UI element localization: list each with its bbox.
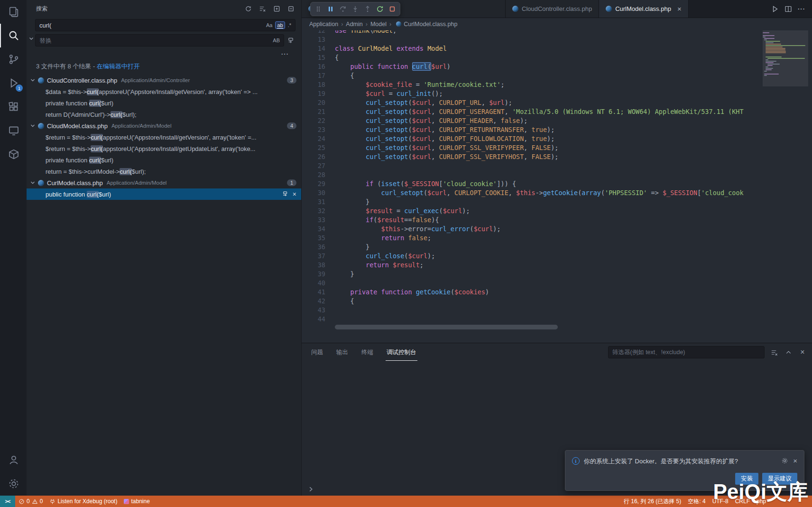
toggle-search-details-icon[interactable]: ··· xyxy=(281,50,289,57)
code-line[interactable]: 31 } xyxy=(302,197,760,207)
code-line[interactable]: 37 curl_close($curl); xyxy=(302,252,760,261)
more-actions-icon[interactable]: ··· xyxy=(798,5,805,12)
code-line[interactable]: 26 curl_setopt($curl, CURLOPT_SSL_VERIFY… xyxy=(302,152,760,161)
account-icon[interactable] xyxy=(0,448,27,472)
show-recommendations-button[interactable]: 显示建议 xyxy=(762,473,797,485)
xdebug-status[interactable]: Listen for Xdebug (root) xyxy=(46,496,120,507)
minimap[interactable] xyxy=(763,30,808,343)
indentation[interactable]: 空格: 4 xyxy=(684,498,709,506)
scrollbar-thumb[interactable] xyxy=(335,325,558,329)
code-line[interactable]: 40 xyxy=(302,279,760,288)
search-icon[interactable] xyxy=(0,24,27,47)
code-line[interactable]: 42 { xyxy=(302,297,760,306)
tab-curlmodel[interactable]: CurlModel.class.php × xyxy=(599,0,689,18)
notification-close-icon[interactable]: × xyxy=(793,457,797,464)
breadcrumb-item-file[interactable]: CurlModel.class.php xyxy=(394,21,457,28)
code-line[interactable]: 12use Think\Model; xyxy=(302,30,760,35)
code-line[interactable]: 38 return $result; xyxy=(302,261,760,270)
restart-icon[interactable] xyxy=(374,3,386,15)
step-into-icon[interactable] xyxy=(350,3,361,15)
search-match-row[interactable]: return D('Admin/Curl')->curl($url); xyxy=(27,109,301,120)
whole-word-toggle[interactable]: ab xyxy=(275,21,285,29)
open-new-search-editor-icon[interactable] xyxy=(272,4,281,13)
close-tab-icon[interactable]: × xyxy=(677,5,682,13)
code-line[interactable]: 36 } xyxy=(302,243,760,252)
breadcrumb-item[interactable]: Application xyxy=(309,21,338,28)
code-editor[interactable]: 12use Think\Model;1314class CurlModel ex… xyxy=(302,30,812,343)
search-match-row[interactable]: $data = $this->curl(appstoreU('Appstore/… xyxy=(27,86,301,97)
code-line[interactable]: 24 curl_setopt($curl, CURLOPT_FOLLOWLOCA… xyxy=(302,134,760,143)
code-line[interactable]: 16 public function curl($url) xyxy=(302,62,760,71)
run-debug-icon[interactable]: 1 xyxy=(0,71,27,95)
code-line[interactable]: 28 xyxy=(302,170,760,179)
code-line[interactable]: 15{ xyxy=(302,53,760,62)
console-filter-input[interactable] xyxy=(612,349,760,356)
step-over-icon[interactable] xyxy=(337,3,349,15)
language-mode[interactable]: php xyxy=(753,498,769,505)
problems-status[interactable]: 0 0 xyxy=(15,496,46,507)
code-line[interactable]: 17 { xyxy=(302,71,760,80)
code-line[interactable]: 25 curl_setopt($curl, CURLOPT_SSL_VERIFY… xyxy=(302,143,760,152)
encoding[interactable]: UTF-8 xyxy=(709,498,732,505)
file-row[interactable]: CurlModel.class.php Application/Admin/Mo… xyxy=(27,177,301,188)
dismiss-match-icon[interactable]: × xyxy=(293,191,296,197)
code-line[interactable]: 27 xyxy=(302,161,760,170)
code-line[interactable]: 21 curl_setopt($curl, CURLOPT_USERAGENT,… xyxy=(302,107,760,116)
clear-search-results-icon[interactable] xyxy=(258,4,267,13)
code-line[interactable]: 41 private function getCookie($cookies) xyxy=(302,288,760,297)
eol-sequence[interactable]: CRLF xyxy=(732,498,753,505)
code-line[interactable]: 22 curl_setopt($curl, CURLOPT_HEADER, fa… xyxy=(302,116,760,125)
step-out-icon[interactable] xyxy=(362,3,373,15)
remote-explorer-icon[interactable] xyxy=(0,119,27,142)
horizontal-scrollbar[interactable] xyxy=(335,325,558,329)
search-match-row[interactable]: $return = $this->curl(appstoreU('Appstor… xyxy=(27,143,301,154)
file-row[interactable]: CloudModel.class.php Application/Admin/M… xyxy=(27,120,301,131)
match-case-toggle[interactable]: Aa xyxy=(264,21,274,29)
extensions-icon[interactable] xyxy=(0,95,27,119)
code-line[interactable]: 13 xyxy=(302,35,760,44)
search-match-row[interactable]: $return = $this->curl(appstoreU('Appstor… xyxy=(27,131,301,143)
clear-console-icon[interactable] xyxy=(769,347,779,357)
maximize-panel-icon[interactable] xyxy=(784,347,793,357)
remote-indicator[interactable]: >< xyxy=(0,496,15,507)
refresh-icon[interactable] xyxy=(243,4,253,13)
code-line[interactable]: 18 $cookie_file = 'Runtime/cookie.txt'; xyxy=(302,80,760,89)
open-in-editor-link[interactable]: 在编辑器中打开 xyxy=(97,63,140,70)
breadcrumb-item[interactable]: Model xyxy=(370,21,387,28)
code-line[interactable]: 19 $curl = curl_init(); xyxy=(302,89,760,98)
code-line[interactable]: 30 curl_setopt($curl, CURLOPT_COOKIE, $t… xyxy=(302,188,760,197)
tabnine-status[interactable]: tabnine xyxy=(120,496,153,507)
code-line[interactable]: 32 $result = curl_exec($curl); xyxy=(302,207,760,216)
code-line[interactable]: 23 curl_setopt($curl, CURLOPT_RETURNTRAN… xyxy=(302,125,760,134)
code-line[interactable]: 44 xyxy=(302,315,760,324)
close-panel-icon[interactable]: × xyxy=(798,347,807,357)
file-row[interactable]: CloudController.class.php Application/Ad… xyxy=(27,75,301,86)
install-button[interactable]: 安装 xyxy=(735,473,758,485)
run-icon[interactable] xyxy=(771,5,779,13)
search-match-row[interactable]: private function curl($url) xyxy=(27,97,301,109)
explorer-icon[interactable] xyxy=(0,0,27,24)
code-line[interactable]: 35 return false; xyxy=(302,234,760,243)
docker-extension-icon[interactable] xyxy=(0,142,27,166)
replace-match-icon[interactable] xyxy=(282,191,289,197)
replace-all-icon[interactable] xyxy=(286,36,295,45)
search-input[interactable] xyxy=(39,22,263,29)
regex-toggle[interactable]: .* xyxy=(286,21,293,29)
breadcrumb-item[interactable]: Admin xyxy=(346,21,362,28)
search-match-row-selected[interactable]: public function curl($url) × xyxy=(27,188,301,200)
code-line[interactable]: 20 curl_setopt($curl, CURLOPT_URL, $url)… xyxy=(302,98,760,107)
code-line[interactable]: 14class CurlModel extends Model xyxy=(302,44,760,53)
code-line[interactable]: 34 $this->error=curl_error($curl); xyxy=(302,225,760,234)
source-control-icon[interactable] xyxy=(0,47,27,71)
code-line[interactable]: 43 xyxy=(302,306,760,315)
replace-input[interactable] xyxy=(39,37,270,44)
code-line[interactable]: 29 if (isset($_SESSION['cloud_cookie']))… xyxy=(302,179,760,188)
search-match-row[interactable]: return = $this->curlModel->curl($url); xyxy=(27,166,301,177)
search-match-row[interactable]: private function curl($url) xyxy=(27,154,301,166)
drag-grip-icon[interactable] xyxy=(313,3,324,15)
pause-icon[interactable] xyxy=(325,3,336,15)
tab-cloudcontroller[interactable]: CloudController.class.php xyxy=(506,0,599,18)
collapse-all-icon[interactable] xyxy=(286,4,295,13)
stop-icon[interactable] xyxy=(387,3,398,15)
split-editor-icon[interactable] xyxy=(784,5,792,13)
